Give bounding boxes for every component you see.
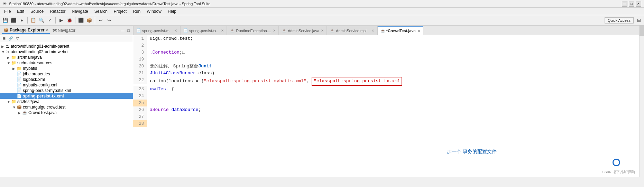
expand-arrow-icon: ▶	[12, 67, 17, 71]
tree-node-icon: ☕	[22, 110, 27, 115]
tab-file-icon: 📄	[136, 28, 141, 33]
close-button[interactable]: ✕	[636, 1, 641, 7]
tree-item[interactable]: ▼📦com.atguigu.crowd.test	[0, 104, 133, 110]
line-content: ration(locations = {"classpath:spring-pe…	[147, 77, 639, 86]
menu-item-run[interactable]: Run	[130, 8, 143, 15]
toolbar-btn-9[interactable]: ↩	[97, 17, 104, 24]
tree-node-label: logback.xml	[23, 77, 45, 82]
tree-node-icon: 📦	[17, 105, 22, 110]
editor-tab[interactable]: 📄spring-persist-tx...✕	[180, 26, 227, 35]
toolbar-btn-8[interactable]: 📦	[85, 17, 93, 24]
line-number: 3	[133, 49, 147, 56]
explorer-toolbar: ⊟ 🔗 ▽	[0, 35, 133, 42]
menu-item-file[interactable]: File	[1, 8, 13, 15]
tab-close-icon[interactable]: ✕	[221, 29, 224, 32]
menu-item-project[interactable]: Project	[111, 8, 129, 15]
navigator-icon: 🗺	[53, 28, 57, 33]
tree-item[interactable]: ▼🗂atcrowdfunding02-admin-webui	[0, 49, 133, 55]
right-scrollbar[interactable]	[639, 26, 644, 177]
menu-item-search[interactable]: Search	[92, 8, 110, 15]
tree-node-label: src/main/java	[17, 55, 42, 60]
tree-node-label: atcrowdfunding01-admin-parent	[11, 44, 69, 49]
tab-file-icon: ☕	[230, 28, 235, 33]
line-content: aSource dataSource;	[147, 106, 639, 113]
tab-label: *CrowdTest.java	[386, 29, 416, 33]
menu-item-edit[interactable]: Edit	[14, 8, 27, 15]
editor-tab[interactable]: ☕AdminService.java✕	[279, 26, 327, 35]
line-content: owdTest {	[147, 86, 639, 93]
line-number: 21	[133, 70, 147, 77]
line-number: 22	[133, 77, 147, 84]
code-line: 19	[133, 56, 639, 63]
toolbar-btn-1[interactable]: 💾	[1, 17, 9, 24]
tree-item[interactable]: 📄jdbc.properties	[0, 71, 133, 77]
tree-item[interactable]: ▶☕CrowdTest.java	[0, 110, 133, 115]
tree-item[interactable]: 📄spring-persist-mybatis.xml	[0, 88, 133, 93]
collapse-all-btn[interactable]: ⊟	[1, 36, 7, 41]
tree-item[interactable]: ▶📁src/main/java	[0, 55, 133, 60]
line-number: 2	[133, 42, 147, 49]
menu-item-refactor[interactable]: Refactor	[47, 8, 68, 15]
panel-maximize-btn[interactable]: □	[126, 28, 131, 33]
toolbar-right: Quick Access ⊞	[605, 17, 643, 24]
menu-item-window[interactable]: Window	[144, 8, 164, 15]
toolbar-btn-6[interactable]: ✓	[46, 17, 54, 24]
tree-item[interactable]: ▶🗂atcrowdfunding01-admin-parent	[0, 44, 133, 49]
line-number: 20	[133, 63, 147, 70]
editor-tab[interactable]: ☕AdminServiceImpl...✕	[327, 26, 377, 35]
tab-close-icon[interactable]: ✕	[321, 29, 324, 32]
menu-item-navigate[interactable]: Navigate	[69, 8, 91, 15]
tree-item[interactable]: 📄mybatis-config.xml	[0, 82, 133, 88]
toolbar-btn-7[interactable]: ⬛	[77, 17, 85, 24]
code-line: 24	[133, 93, 639, 100]
tree-node-label: jdbc.properties	[23, 72, 50, 76]
line-number: 19	[133, 56, 147, 63]
link-editor-btn[interactable]: 🔗	[7, 36, 14, 41]
toolbar-btn-debug[interactable]: 🐞	[66, 17, 73, 24]
tab-file-icon: ☕	[380, 29, 385, 33]
tree-item[interactable]: ▼📁src/main/resources	[0, 60, 133, 66]
editor-tab[interactable]: 📄spring-persist-m...✕	[133, 26, 180, 35]
toolbar-btn-2[interactable]: ⬛	[10, 17, 17, 24]
toolbar-btn-4[interactable]: 📋	[29, 17, 37, 24]
title-bar: ☀ Station190830 - atcrowdfunding02-admin…	[0, 0, 644, 8]
navigator-tab[interactable]: 🗺 Navigator	[51, 27, 77, 34]
toolbar-btn-10[interactable]: ↪	[105, 17, 113, 24]
tab-file-icon: 📄	[183, 28, 188, 33]
tree-item[interactable]: 📄logback.xml	[0, 77, 133, 82]
tab-close-icon[interactable]: ✕	[46, 28, 48, 32]
line-number: 28	[133, 120, 147, 127]
tree-item[interactable]: ▼📁src/test/java	[0, 99, 133, 104]
tree-node-icon: 📄	[17, 88, 22, 93]
toolbar-btn-5[interactable]: 🔍	[38, 17, 45, 24]
toolbar-btn-run[interactable]: ▶	[57, 17, 65, 24]
menu-item-help[interactable]: Help	[165, 8, 179, 15]
tab-close-icon[interactable]: ✕	[371, 29, 374, 32]
editor-tab[interactable]: ☕RuntimeException....✕	[227, 26, 279, 35]
menu-item-source[interactable]: Source	[28, 8, 46, 15]
scroll-thumb[interactable]	[640, 26, 644, 36]
editor-tab-bar: 📄spring-persist-m...✕📄spring-persist-tx.…	[133, 26, 639, 35]
panel-minimize-btn[interactable]: —	[120, 28, 126, 33]
tree-node-label: spring-persist-tx.xml	[23, 94, 64, 99]
tab-close-icon[interactable]: ✕	[417, 29, 420, 33]
package-explorer-tab[interactable]: 📦 Package Explorer ✕	[2, 27, 50, 34]
line-number: 23	[133, 86, 147, 93]
window-title: Station190830 - atcrowdfunding02-admin-w…	[9, 2, 622, 6]
maximize-button[interactable]: □	[629, 1, 634, 7]
tree-node-icon: 📄	[17, 83, 22, 87]
tab-label: spring-persist-tx...	[189, 29, 219, 33]
tab-close-icon[interactable]: ✕	[273, 29, 276, 32]
circle-button[interactable]	[613, 159, 620, 166]
code-editor[interactable]: 1uigu.crowd.test;23.Connection;□1920要的注解…	[133, 35, 639, 177]
tab-close-icon[interactable]: ✕	[174, 29, 177, 32]
quick-access-button[interactable]: Quick Access	[605, 17, 634, 24]
toolbar-perspective-btn[interactable]: ⊞	[635, 17, 643, 24]
explorer-menu-btn[interactable]: ▽	[15, 36, 20, 41]
minimize-button[interactable]: —	[622, 1, 627, 7]
tree-item[interactable]: ▶📁mybatis	[0, 66, 133, 71]
toolbar-btn-3[interactable]: ●	[18, 17, 26, 24]
tree-node-label: mybatis-config.xml	[23, 83, 57, 87]
editor-tab[interactable]: ☕*CrowdTest.java✕	[377, 26, 423, 35]
tree-item[interactable]: 📄spring-persist-tx.xml	[0, 93, 133, 99]
